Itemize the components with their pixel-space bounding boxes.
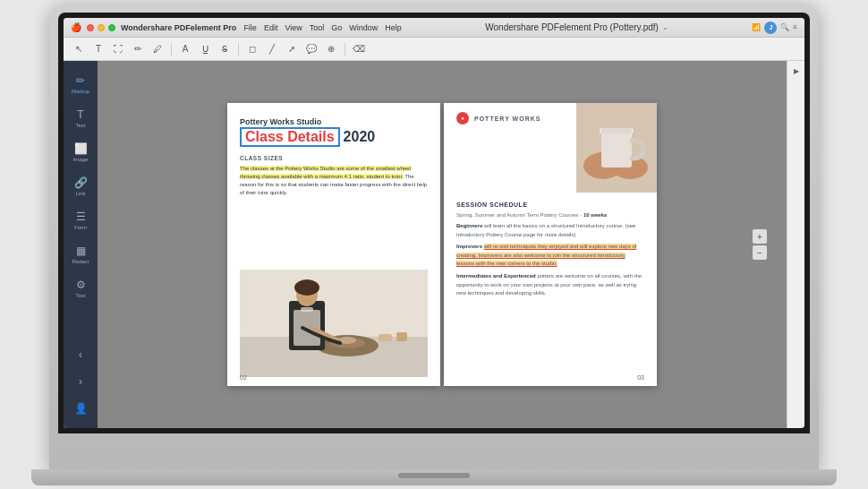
wifi-icon: 📶 (752, 23, 761, 31)
pdf-page-right: ● POTTERY WORKS (444, 103, 657, 386)
left-sidebar: ✏ Markup T Text ⬜ Image (64, 61, 98, 428)
laptop-base (31, 469, 837, 485)
toolbar-edit-btn[interactable]: ✏ (130, 41, 146, 57)
fullscreen-button[interactable] (108, 24, 115, 31)
toolbar-shapes-btn[interactable]: ◻ (244, 41, 260, 57)
sidebar-link-label: Link (75, 191, 85, 196)
toolbar-sep-2 (238, 43, 239, 56)
toolbar-arrow-btn[interactable]: ➚ (284, 41, 300, 57)
svg-rect-10 (379, 334, 392, 341)
mug-photo (576, 103, 657, 193)
link-icon: 🔗 (74, 176, 88, 189)
sidebar-nav-prev[interactable]: ‹ (66, 342, 95, 367)
menu-icon[interactable]: ≡ (793, 23, 797, 31)
session-section: SESSION SCHEDULE Spring, Summer and Autu… (456, 202, 644, 302)
close-button[interactable] (87, 24, 94, 31)
toolbar-image-btn[interactable]: ⛶ (110, 41, 126, 57)
pdf-page-left: Pottery Works Studio Class Details 2020 … (227, 103, 440, 386)
menu-go[interactable]: Go (331, 23, 342, 32)
toolbar-select-btn[interactable]: ↖ (71, 41, 87, 57)
svg-rect-18 (601, 128, 632, 133)
menu-tool[interactable]: Tool (310, 23, 325, 32)
laptop-body: 🍎 Wondershare PDFelement Pro File (49, 4, 819, 469)
page-number-left: 02 (240, 374, 247, 381)
zoom-in-btn[interactable]: + (753, 229, 767, 244)
page-left-content: Pottery Works Studio Class Details 2020 … (227, 103, 440, 386)
menu-edit[interactable]: Edit (264, 23, 278, 32)
svg-rect-16 (601, 130, 632, 167)
image-icon: ⬜ (74, 142, 88, 155)
zoom-out-btn[interactable]: − (753, 245, 767, 260)
sidebar-nav-next[interactable]: › (66, 369, 95, 394)
page-title-block: Pottery Works Studio Class Details 2020 (240, 117, 428, 148)
title-bar-right: 📶 J 🔍 ≡ (752, 21, 797, 34)
intermediates-para: Intermediates and Experienced potters ar… (456, 272, 644, 298)
zoom-controls: + − (753, 229, 767, 260)
app-window: 🍎 Wondershare PDFelement Pro File (64, 18, 804, 428)
pdf-area: Pottery Works Studio Class Details 2020 … (98, 61, 787, 428)
page-right-content: ● POTTERY WORKS (444, 103, 657, 386)
highlighted-span: The classes at the Pottery Works Studio … (240, 166, 411, 179)
toolbar: ↖ T ⛶ ✏ 🖊 A U̲ S̶ ◻ ╱ ➚ 💬 ⊕ (64, 38, 804, 61)
menu-file[interactable]: File (243, 23, 257, 32)
screen: 🍎 Wondershare PDFelement Pro File (64, 18, 804, 428)
window-title: Wondershare PDFelement Pro (Pottery.pdf) (485, 22, 659, 32)
sidebar-item-redact[interactable]: ▦ Redact (66, 238, 95, 270)
menu-help[interactable]: Help (385, 23, 402, 32)
toolbar-pen-btn[interactable]: 🖊 (149, 41, 166, 57)
sidebar-item-image[interactable]: ⬜ Image (66, 136, 95, 168)
session-line1: Spring, Summer and Autumn Term Pottery C… (456, 211, 644, 219)
sidebar-item-tool[interactable]: ⚙ Tool (66, 272, 95, 305)
title-chevron-icon: ⌄ (662, 23, 668, 31)
panel-collapse-btn[interactable]: ▶ (790, 64, 803, 77)
laptop-container: 🍎 Wondershare PDFelement Pro File (31, 4, 837, 485)
toolbar-sep-3 (345, 43, 345, 56)
body-text: The classes at the Pottery Works Studio … (240, 165, 428, 197)
toolbar-stamp-btn[interactable]: ⊕ (323, 41, 339, 57)
sidebar-user-icon[interactable]: 👤 (66, 396, 95, 421)
user-avatar[interactable]: J (764, 21, 777, 34)
menu-view[interactable]: View (285, 23, 302, 32)
pdf-pages: Pottery Works Studio Class Details 2020 … (213, 89, 671, 400)
page-title-small: Pottery Works Studio (240, 117, 428, 126)
pottery-logo: ● (456, 112, 469, 124)
menu-window[interactable]: Window (349, 23, 378, 32)
pottery-brand-name: POTTERY WORKS (474, 116, 540, 122)
toolbar-text-btn[interactable]: T (90, 41, 106, 57)
beginners-para: Beginners will learn all the basics on a… (456, 222, 644, 239)
svg-rect-7 (301, 307, 313, 312)
title-bar-title-area: Wondershare PDFelement Pro (Pottery.pdf)… (402, 22, 753, 32)
search-icon[interactable]: 🔍 (780, 23, 789, 31)
section-title-class-sizes: CLASS SIZES (240, 155, 428, 161)
toolbar-underline-btn[interactable]: U̲ (197, 41, 213, 57)
toolbar-eraser-btn[interactable]: ⌫ (351, 41, 367, 57)
toolbar-strikethrough-btn[interactable]: S̶ (217, 41, 233, 57)
toolbar-highlight-btn[interactable]: A (177, 41, 193, 57)
improvers-label: Improvers (456, 244, 482, 249)
sidebar-item-form[interactable]: ☰ Form (66, 204, 95, 236)
sidebar-item-text[interactable]: T Text (66, 102, 95, 134)
sidebar-item-link[interactable]: 🔗 Link (66, 170, 95, 202)
menu-wondershare[interactable]: Wondershare PDFelement Pro (121, 23, 236, 32)
improvers-para: Improvers will re-visit techniques they … (456, 243, 644, 269)
sidebar-redact-label: Redact (72, 259, 89, 264)
svg-rect-11 (396, 332, 407, 341)
redact-icon: ▦ (76, 244, 86, 257)
menu-bar: Wondershare PDFelement Pro (121, 23, 236, 32)
session-duration: 10 weeks (583, 212, 607, 218)
toolbar-line-btn[interactable]: ╱ (264, 41, 280, 57)
minimize-button[interactable] (98, 24, 105, 31)
sidebar-markup-label: Markup (72, 89, 89, 94)
pottery-scene-bg (240, 270, 428, 377)
intermediates-label: Intermediates and Experienced (456, 273, 536, 279)
page-number-right: 03 (637, 374, 644, 381)
toolbar-callout-btn[interactable]: 💬 (303, 41, 319, 57)
beginners-label: Beginners (456, 223, 482, 228)
text-icon: T (77, 108, 83, 121)
sidebar-item-markup[interactable]: ✏ Markup (66, 68, 95, 100)
session-schedule-title: SESSION SCHEDULE (456, 202, 644, 208)
sidebar-form-label: Form (74, 225, 87, 230)
traffic-lights (87, 24, 115, 31)
apple-logo-icon: 🍎 (71, 22, 81, 32)
main-layout: ✏ Markup T Text ⬜ Image (64, 61, 804, 428)
